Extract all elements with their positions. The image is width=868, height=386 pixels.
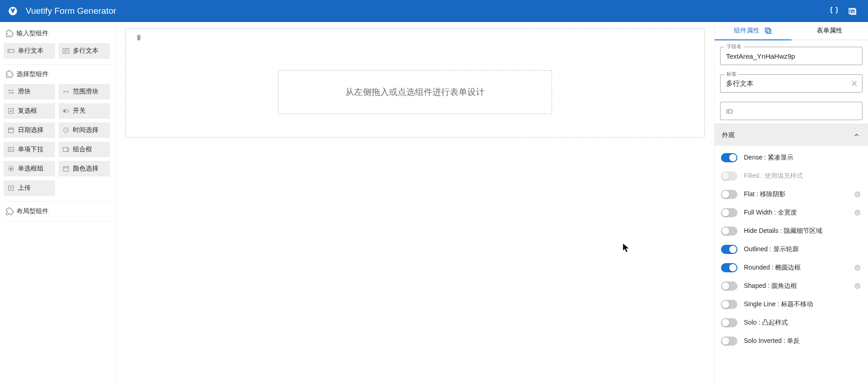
chip-radio-group[interactable]: 单选框组	[4, 161, 55, 176]
chip-label: 日期选择	[18, 126, 44, 134]
svg-point-3	[12, 92, 13, 94]
category-layout[interactable]: 布局型组件	[4, 204, 112, 219]
switch-label: Single Line : 标题不移动	[744, 300, 862, 309]
cursor-icon	[623, 243, 630, 253]
switch-toggle[interactable]	[721, 226, 737, 236]
json-code-button[interactable]	[826, 3, 842, 19]
palette-icon	[62, 165, 70, 172]
chip-label: 复选框	[18, 107, 37, 115]
svg-rect-15	[767, 29, 771, 33]
chip-label: 单选框组	[18, 165, 44, 173]
chip-label: 范围滑块	[73, 88, 98, 96]
switch-label: Filled : 使用填充样式	[744, 172, 862, 180]
chip-label: 开关	[73, 107, 86, 115]
chip-upload[interactable]: 上传	[4, 180, 55, 196]
switch-label: Outlined : 显示轮廓	[744, 245, 862, 254]
label-input-wrap: 标签	[720, 74, 863, 93]
switch-toggle[interactable]	[721, 153, 737, 162]
chip-single-select[interactable]: 单项下拉	[4, 142, 55, 157]
switch-toggle[interactable]	[721, 318, 737, 327]
component-palette: 输入型组件 单行文本 多行文本 选择型组件 滑块 范围滑块	[0, 22, 116, 386]
label-input[interactable]	[720, 74, 863, 93]
slider-icon	[7, 88, 15, 95]
chip-checkbox[interactable]: 复选框	[4, 103, 55, 119]
switch-label: Dense : 紧凑显示	[744, 154, 862, 162]
switch-toggle[interactable]	[721, 336, 737, 346]
category-input[interactable]: 输入型组件	[4, 26, 112, 41]
chip-label: 组合框	[73, 145, 92, 154]
switch-filled: Filled : 使用填充样式	[721, 167, 862, 185]
switch-dense: Dense : 紧凑显示	[721, 149, 862, 167]
drop-zone-inner[interactable]: 从左侧拖入或点选组件进行表单设计	[278, 70, 552, 114]
switch-icon	[62, 107, 70, 115]
chip-label: 上传	[18, 184, 31, 192]
combo-icon	[62, 146, 70, 153]
puzzle-icon	[5, 70, 14, 78]
switch-label: Shaped : 圆角边框	[744, 282, 853, 290]
category-select[interactable]: 选择型组件	[4, 66, 112, 82]
chip-color[interactable]: 颜色选择	[59, 161, 110, 176]
chip-single-line-text[interactable]: 单行文本	[4, 43, 55, 59]
chip-combo[interactable]: 组合框	[59, 142, 110, 157]
switch-outlined: Outlined : 显示轮廓	[721, 240, 862, 259]
switch-shaped: Shaped : 圆角边框	[721, 277, 862, 295]
chip-label: 颜色选择	[73, 165, 98, 173]
tab-component-props[interactable]: 组件属性	[715, 22, 792, 39]
switch-label: Flat : 移除阴影	[744, 190, 853, 199]
chip-label: 滑块	[18, 88, 31, 96]
switch-toggle[interactable]	[721, 190, 737, 199]
chip-date[interactable]: 日期选择	[4, 122, 55, 138]
chip-slider[interactable]: 滑块	[4, 84, 55, 99]
switch-flat: Flat : 移除阴影	[721, 185, 862, 204]
svg-rect-10	[63, 147, 67, 151]
text-field-icon	[7, 47, 15, 55]
info-icon[interactable]	[853, 209, 862, 217]
category-select-label: 选择型组件	[16, 70, 49, 78]
category-layout-label: 布局型组件	[16, 207, 49, 215]
app-bar: Vuetify Form Generator	[0, 0, 868, 22]
info-icon[interactable]	[853, 282, 862, 290]
tab-label: 组件属性	[734, 27, 759, 35]
switch-toggle[interactable]	[721, 263, 737, 272]
form-canvas: 从左侧拖入或点选组件进行表单设计	[116, 22, 714, 386]
accordion-appearance[interactable]: 外观	[715, 124, 868, 146]
svg-rect-13	[64, 166, 69, 171]
delete-icon[interactable]	[135, 33, 143, 42]
tab-label: 表单属性	[817, 27, 842, 35]
properties-panel: 组件属性 表单属性 字段名 标签 外观	[714, 22, 868, 386]
info-icon[interactable]	[853, 264, 862, 272]
switch-label: Rounded : 椭圆边框	[744, 264, 853, 272]
drop-zone-outer[interactable]: 从左侧拖入或点选组件进行表单设计	[125, 28, 705, 138]
svg-rect-0	[8, 50, 14, 53]
drop-placeholder-text: 从左侧拖入或点选组件进行表单设计	[345, 86, 485, 98]
switch-full-width: Full Width : 全宽度	[721, 204, 862, 222]
svg-rect-4	[9, 109, 14, 114]
chip-multi-line-text[interactable]: 多行文本	[59, 43, 110, 59]
chip-time[interactable]: 时间选择	[59, 122, 110, 138]
chevron-up-icon	[852, 131, 861, 139]
tab-form-props[interactable]: 表单属性	[792, 22, 868, 39]
switch-toggle[interactable]	[721, 208, 737, 217]
svg-point-12	[10, 168, 12, 170]
svg-rect-9	[8, 147, 14, 151]
preview-button[interactable]	[844, 3, 861, 19]
chip-switch[interactable]: 开关	[59, 103, 110, 119]
radio-icon	[7, 165, 15, 172]
id-input[interactable]	[720, 102, 863, 120]
info-icon[interactable]	[853, 190, 862, 199]
puzzle-icon	[5, 207, 14, 215]
switch-toggle[interactable]	[721, 281, 737, 291]
chip-range-slider[interactable]: 范围滑块	[59, 84, 110, 99]
copy-icon[interactable]	[764, 27, 772, 35]
calendar-icon	[7, 127, 15, 134]
chip-label: 单项下拉	[18, 145, 44, 154]
clear-icon[interactable]	[850, 79, 859, 88]
svg-rect-16	[765, 28, 770, 32]
dropdown-icon	[7, 146, 15, 153]
puzzle-icon	[5, 29, 14, 38]
switch-toggle[interactable]	[721, 245, 737, 254]
field-name-input-wrap: 字段名	[720, 47, 863, 65]
chip-label: 多行文本	[73, 47, 98, 55]
switch-toggle[interactable]	[721, 300, 737, 309]
accordion-title: 外观	[722, 131, 735, 139]
